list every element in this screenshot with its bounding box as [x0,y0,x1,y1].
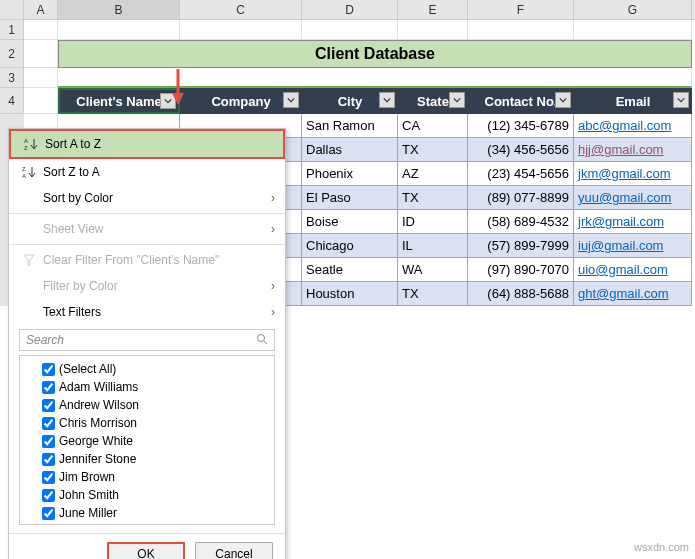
cell-email[interactable]: jkm@gmail.com [574,162,692,186]
cell-city[interactable]: San Ramon [302,114,398,138]
cell-email[interactable]: hjj@gmail.com [574,138,692,162]
menu-sort-az[interactable]: AZ Sort A to Z [9,129,285,159]
cell-email[interactable]: ght@gmail.com [574,282,692,306]
email-link[interactable]: uio@gmail.com [578,262,668,277]
header-company[interactable]: Company [180,88,302,114]
cell-city[interactable]: Phoenix [302,162,398,186]
col-header-G[interactable]: G [574,0,692,19]
filter-checkbox[interactable] [42,489,55,502]
ok-button[interactable]: OK [107,542,185,559]
header-city[interactable]: City [302,88,398,114]
header-contact[interactable]: Contact No. [468,88,574,114]
col-header-B[interactable]: B [58,0,180,19]
filter-checkbox[interactable] [42,363,55,376]
filter-checkbox[interactable] [42,435,55,448]
filter-button-contact[interactable] [555,92,571,108]
cell[interactable] [58,20,180,40]
filter-check-item[interactable]: Adam Williams [24,378,270,396]
cell[interactable] [574,20,692,40]
menu-sort-za[interactable]: ZA Sort Z to A [9,159,285,185]
cell-email[interactable]: jrk@gmail.com [574,210,692,234]
email-link[interactable]: abc@gmail.com [578,118,671,133]
filter-check-item[interactable]: George White [24,432,270,450]
cell-city[interactable]: Boise [302,210,398,234]
cell-contact[interactable]: (34) 456-5656 [468,138,574,162]
cell-email[interactable]: abc@gmail.com [574,114,692,138]
filter-check-item[interactable]: Chris Morrison [24,414,270,432]
filter-check-item[interactable]: Jim Brown [24,468,270,486]
filter-checkbox[interactable] [42,417,55,430]
cell[interactable] [302,20,398,40]
cell-contact[interactable]: (23) 454-5656 [468,162,574,186]
header-state[interactable]: State [398,88,468,114]
row-header-2[interactable]: 2 [0,40,24,68]
menu-sort-color[interactable]: Sort by Color › [9,185,285,211]
filter-check-item[interactable]: June Miller [24,504,270,522]
cancel-button[interactable]: Cancel [195,542,273,559]
cell-state[interactable]: TX [398,282,468,306]
cell-state[interactable]: AZ [398,162,468,186]
cell-state[interactable]: WA [398,258,468,282]
select-all-corner[interactable] [0,0,24,19]
cell-email[interactable]: yuu@gmail.com [574,186,692,210]
col-header-A[interactable]: A [24,0,58,19]
filter-checkbox[interactable] [42,471,55,484]
cell-contact[interactable]: (57) 899-7999 [468,234,574,258]
row-header-4[interactable]: 4 [0,88,24,114]
cell[interactable] [58,68,692,88]
cell-state[interactable]: ID [398,210,468,234]
cell[interactable] [24,68,58,88]
filter-button-email[interactable] [673,92,689,108]
filter-button-state[interactable] [449,92,465,108]
cell-city[interactable]: Dallas [302,138,398,162]
cell-state[interactable]: TX [398,186,468,210]
filter-check-item[interactable]: John Smith [24,486,270,504]
row-header-3[interactable]: 3 [0,68,24,88]
filter-checkbox[interactable] [42,507,55,520]
cell-city[interactable]: Chicago [302,234,398,258]
col-header-D[interactable]: D [302,0,398,19]
cell[interactable] [468,20,574,40]
cell[interactable] [398,20,468,40]
email-link[interactable]: jkm@gmail.com [578,166,671,181]
col-header-C[interactable]: C [180,0,302,19]
filter-check-item[interactable]: Andrew Wilson [24,396,270,414]
filter-checkbox[interactable] [42,453,55,466]
email-link[interactable]: iuj@gmail.com [578,238,663,253]
cell-city[interactable]: El Paso [302,186,398,210]
cell-state[interactable]: TX [398,138,468,162]
cell-contact[interactable]: (89) 077-8899 [468,186,574,210]
cell-state[interactable]: CA [398,114,468,138]
cell[interactable] [180,20,302,40]
cell-state[interactable]: IL [398,234,468,258]
row-header-1[interactable]: 1 [0,20,24,40]
header-email[interactable]: Email [574,88,692,114]
filter-search-input[interactable]: Search [19,329,275,351]
col-header-F[interactable]: F [468,0,574,19]
title-cell[interactable]: Client Database [58,40,692,68]
filter-check-item[interactable]: Jennifer Stone [24,450,270,468]
header-name[interactable]: Client's Name [58,88,180,114]
cell-contact[interactable]: (97) 890-7070 [468,258,574,282]
cell-contact[interactable]: (58) 689-4532 [468,210,574,234]
email-link[interactable]: ght@gmail.com [578,286,669,301]
filter-checklist[interactable]: (Select All)Adam WilliamsAndrew WilsonCh… [19,355,275,525]
cell-email[interactable]: uio@gmail.com [574,258,692,282]
cell-city[interactable]: Seatle [302,258,398,282]
cell-city[interactable]: Houston [302,282,398,306]
filter-button-city[interactable] [379,92,395,108]
col-header-E[interactable]: E [398,0,468,19]
email-link[interactable]: hjj@gmail.com [578,142,663,157]
email-link[interactable]: yuu@gmail.com [578,190,671,205]
filter-checkbox[interactable] [42,399,55,412]
cell[interactable] [24,40,58,68]
cell-email[interactable]: iuj@gmail.com [574,234,692,258]
cell-contact[interactable]: (64) 888-5688 [468,282,574,306]
cell-contact[interactable]: (12) 345-6789 [468,114,574,138]
cell[interactable] [24,20,58,40]
cell[interactable] [24,88,58,114]
menu-text-filters[interactable]: Text Filters › [9,299,285,325]
filter-check-item[interactable]: (Select All) [24,360,270,378]
filter-checkbox[interactable] [42,381,55,394]
email-link[interactable]: jrk@gmail.com [578,214,664,229]
